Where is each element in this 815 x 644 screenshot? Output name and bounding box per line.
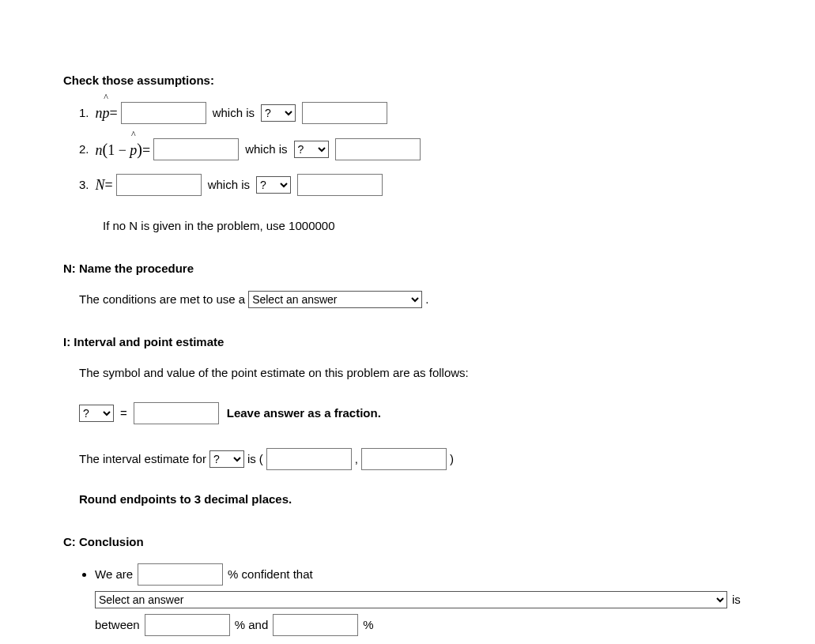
c-we: We are <box>95 565 133 584</box>
assumption-row-1: 1. n^p= which is ? <box>79 102 752 125</box>
row1-phat: ^p <box>103 102 110 125</box>
n-title: N: Name the procedure <box>63 259 752 278</box>
row1-n: n <box>96 105 103 121</box>
i-title: I: Interval and point estimate <box>63 333 752 352</box>
i-line1: The symbol and value of the point estima… <box>79 363 752 382</box>
round-note: Round endpoints to 3 decimal places. <box>79 490 752 509</box>
int-comma: , <box>355 450 358 469</box>
row3-which: which is <box>208 175 250 194</box>
pe-leave: Leave answer as a fraction. <box>227 404 381 423</box>
n-line: The conditions are met to use a Select a… <box>79 290 752 309</box>
int-open: ( <box>259 450 263 469</box>
pe-eq: = <box>120 404 127 423</box>
conclusion-list: We are % confident that Select an answer… <box>79 563 752 636</box>
int-is: is <box>247 450 256 469</box>
row3-num: 3. <box>79 175 89 194</box>
row3-input2[interactable] <box>297 174 383 196</box>
row2-phat: ^p <box>130 139 137 162</box>
row1-which: which is <box>213 104 255 122</box>
row1-np: n^p= <box>96 102 118 125</box>
c-high[interactable] <box>273 614 358 636</box>
c-pctand: % and <box>235 616 269 635</box>
int-text: The interval estimate for <box>79 450 206 469</box>
int-select[interactable]: ? <box>209 450 244 468</box>
c-is: is <box>732 590 741 609</box>
row3-Nvar: N <box>96 177 105 193</box>
point-estimate-row: ? = Leave answer as a fraction. <box>79 402 752 424</box>
c-select[interactable]: Select an answer <box>95 591 727 608</box>
row2-num: 2. <box>79 140 89 159</box>
c-line2: Select an answer is <box>95 590 752 609</box>
row2-input2[interactable] <box>335 138 421 160</box>
row2-input1[interactable] <box>153 138 239 160</box>
assumption-row-3: 3. N= which is ? <box>79 174 752 197</box>
row2-n: n <box>96 142 103 158</box>
row1-input1[interactable] <box>121 102 206 124</box>
row1-p: p <box>103 105 110 121</box>
row2-close: ) <box>137 141 142 158</box>
row2-p: p <box>130 142 137 158</box>
conclusion-item: We are % confident that Select an answer… <box>95 563 752 636</box>
row3-input1[interactable] <box>116 174 202 196</box>
row1-eq: = <box>110 105 118 121</box>
c-low[interactable] <box>145 614 230 636</box>
pe-select[interactable]: ? <box>79 405 114 422</box>
c-conf[interactable] <box>138 563 223 586</box>
row3-N: N= <box>96 174 113 197</box>
row1-select[interactable]: ? <box>261 104 296 122</box>
int-close: ) <box>450 450 454 469</box>
row3-select[interactable]: ? <box>256 176 291 194</box>
c-title: C: Conclusion <box>63 533 752 552</box>
int-low[interactable] <box>266 448 352 470</box>
assumption-row-2: 2. n(1 − ^p)= which is ? <box>79 137 752 162</box>
int-high[interactable] <box>361 448 447 470</box>
row2-minus: − <box>119 142 126 158</box>
row2-which: which is <box>245 140 287 159</box>
n-dot: . <box>425 290 428 309</box>
c-pctconf: % confident that <box>228 565 313 584</box>
n-text: The conditions are met to use a <box>79 290 245 309</box>
c-pct: % <box>363 616 373 635</box>
row3-eq: = <box>105 177 113 193</box>
c-line3: between % and % <box>95 614 752 636</box>
n-select[interactable]: Select an answer <box>248 291 422 308</box>
row2-expr: n(1 − ^p)= <box>96 137 151 162</box>
c-line1: We are % confident that <box>95 563 752 586</box>
n-note: If no N is given in the problem, use 100… <box>103 217 752 235</box>
interval-row: The interval estimate for ? is ( , ) <box>79 448 752 470</box>
check-title: Check those assumptions: <box>63 71 752 90</box>
row1-num: 1. <box>79 104 89 122</box>
row2-eq: = <box>142 142 150 158</box>
c-between: between <box>95 616 140 635</box>
row2-one: 1 <box>108 142 115 158</box>
pe-input[interactable] <box>134 402 219 424</box>
row2-select[interactable]: ? <box>294 141 329 158</box>
row1-input2[interactable] <box>302 102 387 124</box>
